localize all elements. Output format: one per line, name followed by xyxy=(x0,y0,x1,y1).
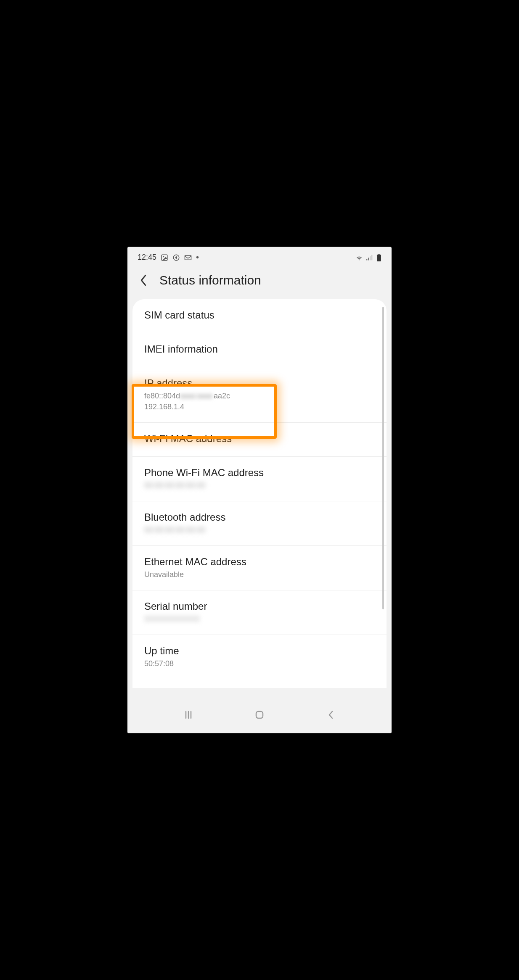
svg-rect-9 xyxy=(377,254,381,261)
item-value: 00:00:00:00:00:00 xyxy=(144,525,375,535)
list-item-phone-wifi-mac-address[interactable]: Phone Wi-Fi MAC address 00:00:00:00:00:0… xyxy=(132,457,387,501)
item-title: Bluetooth address xyxy=(144,511,375,523)
page-title: Status information xyxy=(159,273,261,287)
item-title: Serial number xyxy=(144,601,375,612)
list-item-serial-number[interactable]: Serial number XXXXXXXXXXX xyxy=(132,590,387,635)
scrollbar[interactable] xyxy=(382,307,384,609)
svg-rect-8 xyxy=(378,254,380,255)
item-title: IMEI information xyxy=(144,343,375,355)
wifi-icon xyxy=(355,255,363,261)
recent-apps-button[interactable] xyxy=(180,706,197,723)
item-title: SIM card status xyxy=(144,309,375,321)
image-icon xyxy=(161,254,168,261)
svg-rect-5 xyxy=(368,258,369,260)
status-bar-left: 12:45 • xyxy=(138,253,199,262)
item-value: 50:57:08 xyxy=(144,659,375,669)
status-time: 12:45 xyxy=(138,253,156,262)
more-icon: • xyxy=(196,253,199,262)
item-title: Wi-Fi MAC address xyxy=(144,433,375,445)
back-button[interactable] xyxy=(138,274,149,286)
list-item-wifi-mac-address[interactable]: Wi-Fi MAC address xyxy=(132,423,387,457)
phone-screen: 12:45 • Statu xyxy=(127,247,392,733)
item-value: fe80::804dxxxx:xxxxaa2c 192.168.1.4 xyxy=(144,391,375,412)
navigation-bar xyxy=(127,696,392,733)
avast-icon xyxy=(172,254,180,261)
list-item-ip-address[interactable]: IP address fe80::804dxxxx:xxxxaa2c 192.1… xyxy=(132,367,387,422)
item-title: IP address xyxy=(144,377,375,389)
status-bar: 12:45 • xyxy=(127,247,392,266)
svg-rect-6 xyxy=(370,256,371,261)
svg-rect-13 xyxy=(256,711,263,718)
list-item-up-time[interactable]: Up time 50:57:08 xyxy=(132,635,387,679)
item-value: 00:00:00:00:00:00 xyxy=(144,480,375,491)
svg-rect-4 xyxy=(366,259,367,260)
svg-rect-7 xyxy=(371,255,372,260)
list-item-bluetooth-address[interactable]: Bluetooth address 00:00:00:00:00:00 xyxy=(132,501,387,546)
list-item-sim-card-status[interactable]: SIM card status xyxy=(132,299,387,333)
svg-point-1 xyxy=(163,256,164,257)
svg-rect-3 xyxy=(185,256,191,260)
item-title: Phone Wi-Fi MAC address xyxy=(144,467,375,479)
battery-icon xyxy=(376,254,381,261)
gmail-icon xyxy=(184,255,192,261)
home-button[interactable] xyxy=(251,706,268,723)
signal-icon xyxy=(366,255,373,261)
settings-list: SIM card status IMEI information IP addr… xyxy=(132,299,387,688)
item-title: Ethernet MAC address xyxy=(144,556,375,568)
list-item-imei-information[interactable]: IMEI information xyxy=(132,333,387,367)
page-header: Status information xyxy=(127,266,392,299)
item-value: XXXXXXXXXXX xyxy=(144,614,375,624)
status-bar-right xyxy=(355,254,381,261)
list-item-ethernet-mac-address[interactable]: Ethernet MAC address Unavailable xyxy=(132,546,387,590)
nav-back-button[interactable] xyxy=(322,706,339,723)
item-value: Unavailable xyxy=(144,569,375,580)
item-title: Up time xyxy=(144,645,375,657)
